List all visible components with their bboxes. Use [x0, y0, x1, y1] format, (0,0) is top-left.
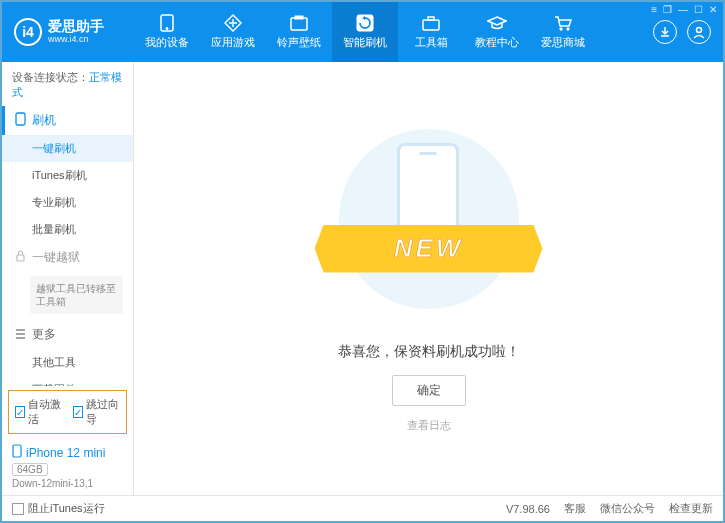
- sidebar-item-download-firmware[interactable]: 下载固件: [2, 376, 133, 386]
- brand: i4 爱思助手 www.i4.cn: [2, 2, 134, 62]
- phone-icon: [12, 444, 22, 461]
- tab-apps-games[interactable]: 应用游戏: [200, 2, 266, 62]
- check-icon: ✓: [15, 406, 25, 418]
- graduation-icon: [487, 14, 507, 32]
- sidebar-item-other-tools[interactable]: 其他工具: [2, 349, 133, 376]
- connection-status: 设备连接状态：正常模式: [2, 62, 133, 106]
- toolbox-icon: [421, 14, 441, 32]
- tab-my-device[interactable]: 我的设备: [134, 2, 200, 62]
- tab-ringtones-wallpapers[interactable]: 铃声壁纸: [266, 2, 332, 62]
- customer-service-link[interactable]: 客服: [564, 501, 586, 516]
- refresh-icon: [355, 14, 375, 32]
- maximize-button[interactable]: ☐: [694, 4, 703, 15]
- sidebar-item-itunes-flash[interactable]: iTunes刷机: [2, 162, 133, 189]
- sidebar-item-oneclick-flash[interactable]: 一键刷机: [2, 135, 133, 162]
- close-button[interactable]: ✕: [709, 4, 717, 15]
- download-button[interactable]: [653, 20, 677, 44]
- svg-point-8: [567, 28, 569, 30]
- minimize-button[interactable]: —: [678, 4, 688, 15]
- footer: 阻止iTunes运行 V7.98.66 客服 微信公众号 检查更新: [2, 495, 723, 521]
- svg-rect-12: [13, 445, 21, 457]
- svg-point-9: [697, 28, 702, 33]
- header: i4 爱思助手 www.i4.cn 我的设备 应用游戏 铃声壁纸 智能刷机: [2, 2, 723, 62]
- app-window: ≡ ❐ — ☐ ✕ i4 爱思助手 www.i4.cn 我的设备 应用游戏 铃声: [0, 0, 725, 523]
- window-controls: ≡ ❐ — ☐ ✕: [651, 4, 717, 15]
- sidebar-item-pro-flash[interactable]: 专业刷机: [2, 189, 133, 216]
- checkbox-auto-activate[interactable]: ✓ 自动激活: [15, 397, 63, 427]
- phone-icon: [157, 14, 177, 32]
- tab-store[interactable]: 爱思商城: [530, 2, 596, 62]
- brand-url: www.i4.cn: [48, 35, 104, 45]
- svg-rect-6: [428, 17, 434, 20]
- device-model: Down-12mini-13,1: [12, 478, 123, 489]
- svg-point-7: [560, 28, 562, 30]
- main: 设备连接状态：正常模式 刷机 一键刷机 iTunes刷机 专业刷机 批量刷机 一…: [2, 62, 723, 495]
- phone-icon: [15, 112, 26, 129]
- top-tabs: 我的设备 应用游戏 铃声壁纸 智能刷机 工具箱 教程中心: [134, 2, 641, 62]
- version-label: V7.98.66: [506, 503, 550, 515]
- wechat-link[interactable]: 微信公众号: [600, 501, 655, 516]
- sidebar-item-batch-flash[interactable]: 批量刷机: [2, 216, 133, 243]
- ok-button[interactable]: 确定: [392, 375, 466, 406]
- sidebar-section-jailbreak[interactable]: 一键越狱: [2, 243, 133, 272]
- sidebar-section-flash[interactable]: 刷机: [2, 106, 133, 135]
- svg-rect-3: [295, 16, 303, 19]
- list-icon: [15, 328, 26, 342]
- brand-logo-icon: i4: [14, 18, 42, 46]
- svg-rect-2: [291, 18, 307, 30]
- check-icon: ✓: [73, 406, 83, 418]
- svg-rect-5: [423, 20, 439, 30]
- skin-icon[interactable]: ❐: [663, 4, 672, 15]
- new-banner-text: NEW: [394, 233, 464, 264]
- success-message: 恭喜您，保资料刷机成功啦！: [338, 343, 520, 361]
- tab-toolbox[interactable]: 工具箱: [398, 2, 464, 62]
- sidebar-section-more[interactable]: 更多: [2, 320, 133, 349]
- device-info: iPhone 12 mini 64GB Down-12mini-13,1: [2, 438, 133, 495]
- user-button[interactable]: [687, 20, 711, 44]
- cart-icon: [553, 14, 573, 32]
- checkbox-skip-guide[interactable]: ✓ 跳过向导: [73, 397, 121, 427]
- view-log-link[interactable]: 查看日志: [407, 418, 451, 433]
- lock-icon: [15, 250, 26, 265]
- device-name[interactable]: iPhone 12 mini: [12, 444, 123, 461]
- folder-icon: [289, 14, 309, 32]
- checkbox-highlight-row: ✓ 自动激活 ✓ 跳过向导: [8, 390, 127, 434]
- sidebar: 设备连接状态：正常模式 刷机 一键刷机 iTunes刷机 专业刷机 批量刷机 一…: [2, 62, 134, 495]
- device-capacity: 64GB: [12, 463, 48, 476]
- svg-rect-10: [16, 113, 25, 125]
- check-update-link[interactable]: 检查更新: [669, 501, 713, 516]
- jailbreak-note: 越狱工具已转移至工具箱: [30, 276, 123, 314]
- tab-tutorial-center[interactable]: 教程中心: [464, 2, 530, 62]
- apps-icon: [223, 14, 243, 32]
- checkbox-block-itunes[interactable]: 阻止iTunes运行: [12, 501, 105, 516]
- svg-rect-11: [17, 255, 24, 261]
- checkbox-empty-icon: [12, 503, 24, 515]
- brand-name: 爱思助手: [48, 19, 104, 34]
- svg-point-1: [166, 28, 168, 30]
- menu-icon[interactable]: ≡: [651, 4, 657, 15]
- success-illustration: NEW: [319, 125, 539, 325]
- content-area: NEW 恭喜您，保资料刷机成功啦！ 确定 查看日志: [134, 62, 723, 495]
- tab-smart-flash[interactable]: 智能刷机: [332, 2, 398, 62]
